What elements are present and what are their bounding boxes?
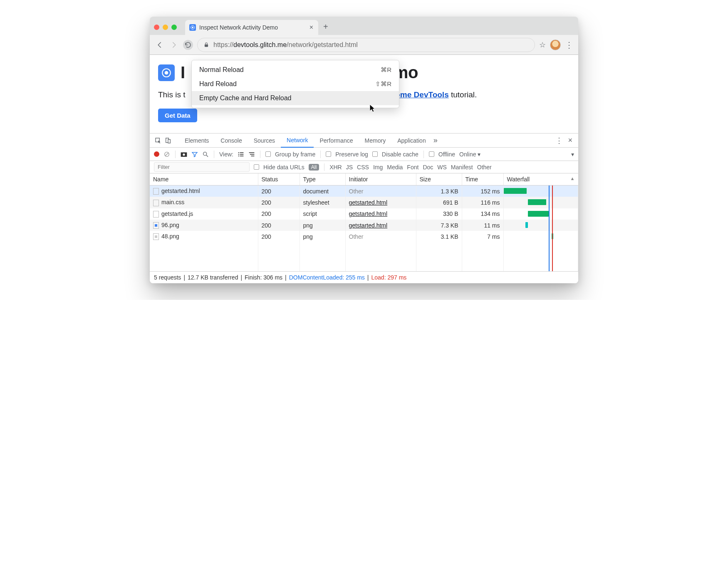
initiator-link[interactable]: getstarted.html xyxy=(349,222,388,229)
table-row[interactable]: main.css 200 stylesheet getstarted.html … xyxy=(150,197,578,208)
address-bar[interactable]: https://devtools.glitch.me/network/getst… xyxy=(197,38,535,52)
filter-input[interactable] xyxy=(154,162,250,172)
file-icon xyxy=(153,222,159,229)
tab-elements[interactable]: Elements xyxy=(179,134,215,147)
tab-console[interactable]: Console xyxy=(215,134,248,147)
menu-item-hard-reload[interactable]: Hard Reload ⇧⌘R xyxy=(192,77,399,91)
device-toolbar-icon[interactable] xyxy=(163,136,173,146)
bookmark-icon[interactable]: ☆ xyxy=(539,40,546,49)
cell-waterfall xyxy=(503,220,578,231)
filter-type-js[interactable]: JS xyxy=(346,164,353,171)
col-time[interactable]: Time xyxy=(462,173,503,186)
chrome-top: Inspect Network Activity Demo × + https xyxy=(150,17,578,55)
tabs-overflow-icon[interactable]: » xyxy=(433,136,438,145)
get-data-button[interactable]: Get Data xyxy=(158,109,197,122)
cell-size: 330 B xyxy=(416,208,462,220)
new-tab-button[interactable]: + xyxy=(323,22,328,32)
col-initiator[interactable]: Initiator xyxy=(345,173,416,186)
network-status-bar: 5 requests| 12.7 KB transferred| Finish:… xyxy=(150,271,578,283)
menu-item-normal-reload[interactable]: Normal Reload ⌘R xyxy=(192,63,399,77)
overview-icon[interactable] xyxy=(248,151,255,157)
page-favicon-icon xyxy=(158,64,175,81)
col-size[interactable]: Size xyxy=(416,173,462,186)
filter-type-ws[interactable]: WS xyxy=(437,164,447,171)
profile-avatar[interactable] xyxy=(550,40,561,50)
svg-line-9 xyxy=(165,153,168,156)
table-row[interactable]: 48.png 200 png Other 3.1 KB 7 ms xyxy=(150,231,578,242)
devtools-close-icon[interactable]: × xyxy=(568,136,572,145)
tab-network[interactable]: Network xyxy=(281,134,314,148)
large-rows-icon[interactable] xyxy=(238,151,244,157)
initiator-link[interactable]: getstarted.html xyxy=(349,210,388,217)
browser-tab[interactable]: Inspect Network Activity Demo × xyxy=(185,20,318,35)
tab-application[interactable]: Application xyxy=(391,134,432,147)
filter-type-other[interactable]: Other xyxy=(477,164,492,171)
disable-cache-checkbox[interactable] xyxy=(372,151,378,157)
tab-close-icon[interactable]: × xyxy=(310,24,313,31)
preserve-log-checkbox[interactable] xyxy=(326,151,331,157)
close-window-icon[interactable] xyxy=(154,25,159,30)
maximize-window-icon[interactable] xyxy=(171,25,177,30)
file-icon xyxy=(153,211,159,218)
browser-window: Inspect Network Activity Demo × + https xyxy=(150,17,578,283)
col-type[interactable]: Type xyxy=(300,173,345,186)
menu-item-empty-cache-hard-reload[interactable]: Empty Cache and Hard Reload xyxy=(192,91,399,105)
lock-icon xyxy=(203,42,209,48)
cell-status: 200 xyxy=(258,197,300,208)
back-button[interactable] xyxy=(155,40,165,50)
filter-type-img[interactable]: Img xyxy=(373,164,383,171)
network-filter-bar: Hide data URLs All XHR JS CSS Img Media … xyxy=(150,161,578,173)
reload-button[interactable] xyxy=(183,40,193,50)
minimize-window-icon[interactable] xyxy=(163,25,168,30)
devtools-menu-icon[interactable]: ⋮ xyxy=(555,136,563,145)
chrome-menu-icon[interactable]: ⋮ xyxy=(565,40,573,50)
status-dcl: DOMContentLoaded: 255 ms xyxy=(289,274,365,281)
url-text: https://devtools.glitch.me/network/getst… xyxy=(213,41,358,49)
offline-checkbox[interactable] xyxy=(429,151,434,157)
initiator-text: Other xyxy=(349,233,364,240)
svg-rect-7 xyxy=(168,139,170,143)
table-row[interactable]: getstarted.js 200 script getstarted.html… xyxy=(150,208,578,220)
cell-initiator: getstarted.html xyxy=(345,197,416,208)
menu-shortcut: ⇧⌘R xyxy=(375,80,391,88)
col-waterfall[interactable]: Waterfall▲ xyxy=(503,173,578,186)
svg-point-12 xyxy=(203,152,207,155)
svg-line-13 xyxy=(206,155,208,157)
cell-type: png xyxy=(300,231,345,242)
tab-title: Inspect Network Activity Demo xyxy=(199,24,278,31)
window-controls xyxy=(154,25,177,30)
hide-data-urls-checkbox[interactable] xyxy=(254,164,259,170)
initiator-link[interactable]: getstarted.html xyxy=(349,199,388,206)
filter-type-media[interactable]: Media xyxy=(387,164,403,171)
filter-icon[interactable] xyxy=(191,151,198,158)
col-status[interactable]: Status xyxy=(258,173,300,186)
network-settings-icon[interactable]: ▾ xyxy=(571,151,574,158)
search-icon[interactable] xyxy=(202,151,209,158)
svg-point-1 xyxy=(192,27,193,28)
filter-type-css[interactable]: CSS xyxy=(357,164,369,171)
filter-type-xhr[interactable]: XHR xyxy=(329,164,342,171)
tab-performance[interactable]: Performance xyxy=(314,134,359,147)
svg-rect-2 xyxy=(205,44,208,47)
table-row[interactable]: getstarted.html 200 document Other 1.3 K… xyxy=(150,186,578,197)
filter-type-all[interactable]: All xyxy=(309,164,319,171)
screenshot-icon[interactable] xyxy=(181,151,187,157)
table-row[interactable]: 96.png 200 png getstarted.html 7.3 KB 11… xyxy=(150,220,578,231)
filter-type-font[interactable]: Font xyxy=(407,164,418,171)
online-select[interactable]: Online▾ xyxy=(459,151,480,158)
inspect-element-icon[interactable] xyxy=(153,136,163,146)
reload-context-menu: Normal Reload ⌘R Hard Reload ⇧⌘R Empty C… xyxy=(191,60,399,108)
menu-label: Empty Cache and Hard Reload xyxy=(199,94,291,102)
filter-type-manifest[interactable]: Manifest xyxy=(451,164,473,171)
tab-memory[interactable]: Memory xyxy=(359,134,392,147)
forward-button[interactable] xyxy=(169,40,179,50)
group-by-frame-checkbox[interactable] xyxy=(265,151,271,157)
col-name[interactable]: Name xyxy=(150,173,258,186)
clear-button[interactable] xyxy=(163,151,170,158)
tab-sources[interactable]: Sources xyxy=(248,134,281,147)
tab-favicon-icon xyxy=(189,24,196,31)
group-by-frame-label: Group by frame xyxy=(275,151,315,158)
record-button[interactable] xyxy=(154,151,159,157)
cell-status: 200 xyxy=(258,186,300,197)
filter-type-doc[interactable]: Doc xyxy=(423,164,433,171)
